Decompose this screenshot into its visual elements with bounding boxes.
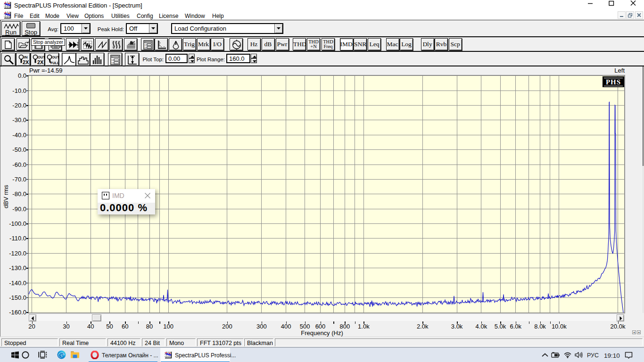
svg-text:IN: IN <box>24 55 28 59</box>
svg-text:xx: xx <box>112 58 115 61</box>
svg-text:OUT: OUT <box>52 55 59 59</box>
svg-text:OUT: OUT <box>38 55 45 59</box>
svg-text:2X: 2X <box>23 59 29 65</box>
svg-text:2X: 2X <box>37 59 44 65</box>
svg-text:FULL: FULL <box>50 60 59 65</box>
svg-text:xx: xx <box>144 46 147 49</box>
svg-text:xx: xx <box>144 43 147 46</box>
svg-text:xx: xx <box>112 61 115 64</box>
